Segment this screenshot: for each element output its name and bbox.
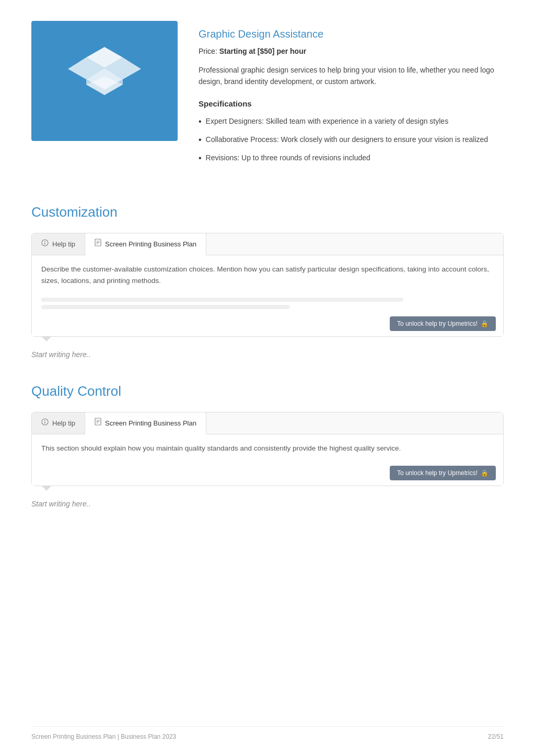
product-title: Graphic Design Assistance [199,26,504,42]
specs-list: • Expert Designers: Skilled team with ex… [199,116,504,164]
customization-help-tab[interactable]: Help tip [32,233,85,255]
bullet-2: • [199,134,202,146]
quality-start-writing[interactable]: Start writing here.. [31,499,504,510]
quality-doc-tab[interactable]: Screen Printing Business Plan [85,412,206,434]
product-info: Graphic Design Assistance Price: Startin… [199,21,504,171]
customization-card-footer: To unlock help try Upmetrics! 🔒 [32,312,503,336]
svg-rect-9 [44,243,45,245]
customization-help-text: Describe the customer-available customiz… [41,265,489,285]
bullet-1: • [199,115,202,128]
quality-tab1-label: Help tip [52,418,75,429]
quality-help-tab[interactable]: Help tip [32,412,85,434]
product-description: Professional graphic design services to … [199,64,504,88]
quality-section: Quality Control Help tip [31,381,504,510]
customization-unlock-button[interactable]: To unlock help try Upmetrics! 🔒 [390,316,496,331]
quality-card-footer: To unlock help try Upmetrics! 🔒 [32,462,503,486]
product-card: Graphic Design Assistance Price: Startin… [31,21,504,171]
customization-tab1-label: Help tip [52,239,75,250]
customization-help-body: Describe the customer-available customiz… [32,255,503,293]
spec-item-1: • Expert Designers: Skilled team with ex… [199,116,504,128]
customization-tabs: Help tip Screen Printing Business Plan [32,233,503,255]
svg-rect-16 [44,422,45,424]
quality-help-text: This section should explain how you main… [41,444,401,452]
customization-section: Customization Help tip [31,202,504,360]
customization-doc-tab[interactable]: Screen Printing Business Plan [85,233,206,255]
product-image [31,21,178,141]
quality-tab2-label: Screen Printing Business Plan [105,418,196,429]
bullet-3: • [199,152,202,164]
lock-icon-1: 🔒 [481,320,489,327]
spec-text-3: Revisions: Up to three rounds of revisio… [206,152,370,164]
spec-text-2: Collaborative Process: Work closely with… [206,134,489,146]
lock-icon-2: 🔒 [481,469,489,477]
quality-unlock-button[interactable]: To unlock help try Upmetrics! 🔒 [390,466,496,480]
redacted-line-1 [41,298,403,302]
quality-tabs: Help tip Screen Printing Business Plan [32,412,503,434]
specs-title: Specifications [199,98,504,110]
product-price: Price: Starting at [$50] per hour [199,46,504,57]
page-footer: Screen Printing Business Plan | Business… [31,726,504,741]
dropbox-icon [68,47,141,115]
customization-tab2-label: Screen Printing Business Plan [105,239,196,250]
customization-heading: Customization [31,202,504,222]
quality-help-body: This section should explain how you main… [32,434,503,462]
customization-start-writing[interactable]: Start writing here.. [31,349,504,360]
quality-help-card: Help tip Screen Printing Business Plan [31,412,504,486]
quality-unlock-label: To unlock help try Upmetrics! [397,469,478,477]
customization-unlock-label: To unlock help try Upmetrics! [397,320,478,327]
customization-help-card: Help tip Screen Printing Business Plan [31,233,504,337]
doc-icon-2 [95,418,101,429]
redacted-line-2 [41,305,290,309]
spec-item-2: • Collaborative Process: Work closely wi… [199,134,504,146]
spec-item-3: • Revisions: Up to three rounds of revis… [199,152,504,164]
help-tip-icon-2 [41,418,49,429]
svg-point-15 [44,420,45,421]
spec-text-1: Expert Designers: Skilled team with expe… [206,116,449,128]
price-label: Price: [199,47,217,55]
svg-point-8 [44,241,45,242]
price-value: Starting at [$50] per hour [219,47,306,55]
doc-icon-1 [95,239,101,250]
footer-left: Screen Printing Business Plan | Business… [31,732,176,741]
footer-right: 22/51 [488,732,504,741]
page: Graphic Design Assistance Price: Startin… [0,0,535,756]
quality-heading: Quality Control [31,381,504,401]
help-tip-icon [41,239,49,250]
